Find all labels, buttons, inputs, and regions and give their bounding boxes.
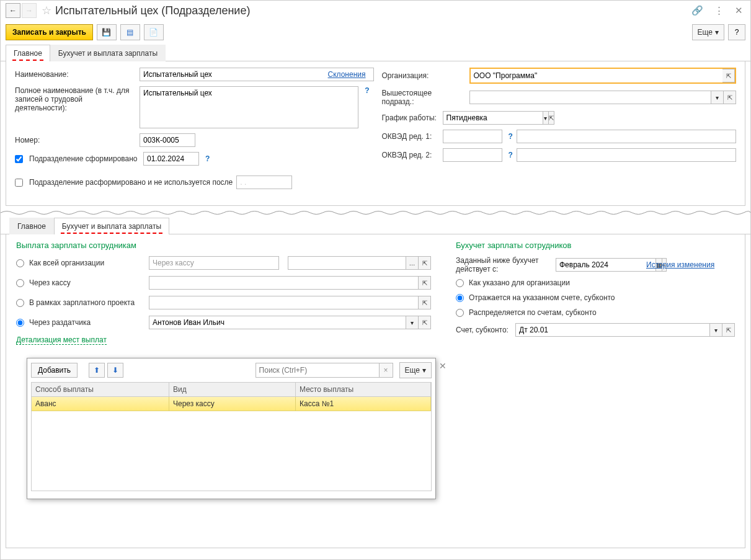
cell-kind: Через кассу xyxy=(169,397,296,411)
okved2-name-input[interactable] xyxy=(517,148,736,162)
nav-forward-button[interactable]: → xyxy=(22,3,37,18)
link-icon[interactable]: 🔗 xyxy=(689,4,706,17)
parent-input[interactable] xyxy=(469,91,712,104)
name-label: Наименование: xyxy=(15,70,136,79)
chevron-down-icon: ▾ xyxy=(715,28,719,37)
main-toolbar: Записать и закрыть 💾 ▤ 📄 Еще ▾ ? xyxy=(1,20,750,44)
disbanded-date-input[interactable] xyxy=(236,176,292,189)
help-icon[interactable]: ? xyxy=(509,151,513,159)
schedule-input[interactable] xyxy=(443,111,543,125)
tabs-lower: Главное Бухучет и выплата зарплаты xyxy=(1,217,750,234)
open-icon[interactable]: ⇱ xyxy=(722,323,735,337)
col-kind-header[interactable]: Вид xyxy=(169,383,296,396)
okved2-label: ОКВЭД ред. 2: xyxy=(382,151,439,159)
formed-date-input[interactable] xyxy=(143,152,199,166)
acc-org-label: Как указано для организации xyxy=(469,278,570,287)
open-icon[interactable]: ⇱ xyxy=(722,69,735,82)
acc-org-radio[interactable] xyxy=(456,279,464,287)
places-grid: Способ выплаты Вид Место выплаты Аванс Ч… xyxy=(31,382,432,491)
move-up-button[interactable]: ⬆ xyxy=(89,363,105,378)
pay-project-radio[interactable] xyxy=(16,299,24,307)
okved1-code-input[interactable] xyxy=(443,130,502,143)
save-close-button[interactable]: Записать и закрыть xyxy=(6,24,93,40)
pay-dispatcher-label: Через раздатчика xyxy=(29,318,144,327)
account-input[interactable] xyxy=(515,323,710,337)
number-label: Номер: xyxy=(15,136,136,144)
add-button[interactable]: Добавить xyxy=(31,363,78,378)
ellipsis-icon[interactable]: … xyxy=(406,256,419,270)
schedule-label: График работы: xyxy=(382,113,439,122)
pay-kassa-radio[interactable] xyxy=(16,279,24,287)
project-input[interactable] xyxy=(149,296,419,309)
acc-distrib-radio[interactable] xyxy=(456,309,464,317)
folder-icon: 📄 xyxy=(149,28,158,37)
effective-label: Заданный ниже бухучет действует с: xyxy=(456,256,552,273)
formed-checkbox[interactable] xyxy=(15,155,23,163)
pay-dispatcher-radio[interactable] xyxy=(16,319,24,327)
torn-edge-divider xyxy=(1,208,750,217)
favorite-star-icon[interactable]: ☆ xyxy=(42,4,51,17)
detail-places-link[interactable]: Детализация мест выплат xyxy=(16,336,107,345)
okved1-name-input[interactable] xyxy=(517,130,736,143)
org-place-input xyxy=(288,256,406,270)
chevron-down-icon: ▾ xyxy=(422,366,426,375)
fullname-label: Полное наименование (в т.ч. для записей … xyxy=(15,86,136,112)
open-icon[interactable]: ⇱ xyxy=(419,316,431,329)
arrow-up-icon: ⬆ xyxy=(94,366,100,375)
help-button[interactable]: ? xyxy=(728,24,745,40)
popup-close-icon[interactable]: ✕ xyxy=(439,361,447,371)
number-input[interactable] xyxy=(140,133,195,147)
col-method-header[interactable]: Способ выплаты xyxy=(32,383,169,396)
more-button[interactable]: Еще ▾ xyxy=(692,24,724,40)
org-input[interactable] xyxy=(471,69,723,82)
help-icon[interactable]: ? xyxy=(205,154,210,163)
dispatcher-input[interactable] xyxy=(149,316,406,329)
pay-project-label: В рамках зарплатного проекта xyxy=(29,298,144,307)
close-icon[interactable]: ✕ xyxy=(732,4,745,17)
popup-more-button[interactable]: Еще ▾ xyxy=(399,362,432,378)
history-link[interactable]: История изменения xyxy=(646,260,714,269)
open-icon[interactable]: ⇱ xyxy=(724,91,736,104)
clear-search-icon[interactable]: × xyxy=(380,363,393,378)
kassa-input[interactable] xyxy=(149,276,419,290)
open-icon[interactable]: ⇱ xyxy=(549,111,554,125)
org-method-input xyxy=(149,256,279,270)
help-icon[interactable]: ? xyxy=(365,86,369,95)
kebab-menu-icon[interactable]: ⋮ xyxy=(712,4,726,17)
org-label: Организация: xyxy=(382,71,466,80)
dropdown-icon[interactable]: ▾ xyxy=(543,111,549,125)
cell-place: Касса №1 xyxy=(296,397,431,411)
dropdown-icon[interactable]: ▾ xyxy=(406,316,419,329)
declensions-link[interactable]: Склонения xyxy=(328,70,366,79)
floppy-icon: 💾 xyxy=(102,28,111,37)
search-input[interactable] xyxy=(256,363,380,378)
document-icon: ▤ xyxy=(127,28,133,37)
open-icon[interactable]: ⇱ xyxy=(419,276,431,290)
open-icon[interactable]: ⇱ xyxy=(419,296,431,309)
okved2-code-input[interactable] xyxy=(443,148,502,162)
tabs-upper: Главное Бухучет и выплата зарплаты xyxy=(1,44,750,61)
dropdown-icon[interactable]: ▾ xyxy=(710,323,722,337)
col-place-header[interactable]: Место выплаты xyxy=(296,383,431,396)
table-row[interactable]: Аванс Через кассу Касса №1 xyxy=(32,397,431,411)
tab-main[interactable]: Главное xyxy=(6,45,50,61)
pay-org-radio[interactable] xyxy=(16,259,24,267)
accounting-section-title: Бухучет зарплаты сотрудников xyxy=(456,241,735,250)
save-icon-button[interactable]: 💾 xyxy=(97,24,117,40)
disbanded-checkbox[interactable] xyxy=(15,179,23,187)
effective-month-input[interactable] xyxy=(556,258,656,272)
detail-places-popup: ✕ Добавить ⬆ ⬇ × Еще ▾ Способ выплаты Ви… xyxy=(27,358,436,499)
help-icon[interactable]: ? xyxy=(509,132,513,141)
disbanded-label: Подразделение расформировано и не исполь… xyxy=(29,178,233,187)
document-icon-button[interactable]: ▤ xyxy=(120,24,140,40)
nav-back-button[interactable]: ← xyxy=(6,3,20,18)
attachment-icon-button[interactable]: 📄 xyxy=(144,24,164,40)
dropdown-icon[interactable]: ▾ xyxy=(711,91,724,104)
open-icon[interactable]: ⇱ xyxy=(419,256,431,270)
tab-main-lower[interactable]: Главное xyxy=(9,218,54,234)
acc-account-radio[interactable] xyxy=(456,294,464,302)
tab-payroll-lower[interactable]: Бухучет и выплата зарплаты xyxy=(54,218,169,234)
tab-payroll-upper[interactable]: Бухучет и выплата зарплаты xyxy=(50,45,166,61)
move-down-button[interactable]: ⬇ xyxy=(107,363,123,378)
fullname-textarea[interactable] xyxy=(140,86,358,128)
